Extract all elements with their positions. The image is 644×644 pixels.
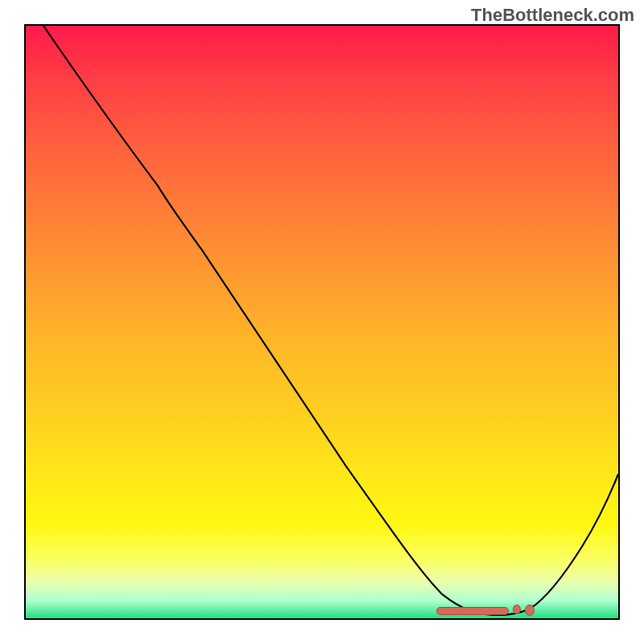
- chart-svg: [26, 26, 618, 618]
- chart-marker-point: [513, 605, 521, 614]
- chart-curve: [43, 26, 618, 615]
- chart-marker-point: [525, 605, 535, 616]
- watermark-text: TheBottleneck.com: [471, 5, 634, 26]
- chart-plot-area: [24, 24, 620, 620]
- chart-marker-range: [436, 607, 509, 615]
